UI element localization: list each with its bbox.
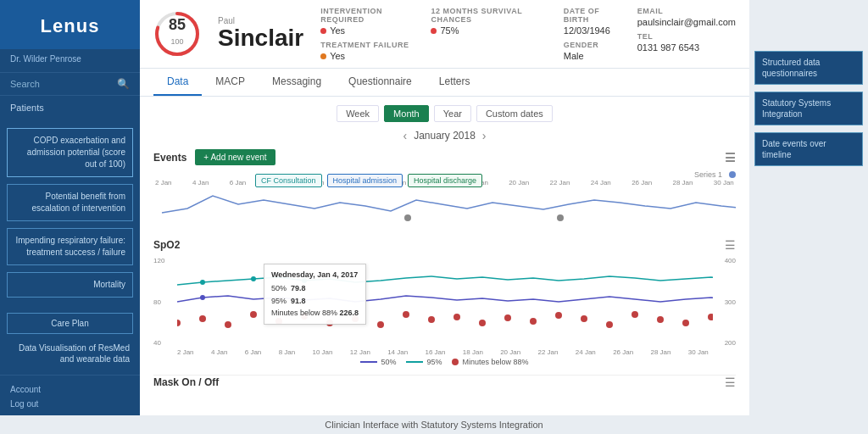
mask-title: Mask On / Off bbox=[153, 376, 219, 388]
spo2-title: SpO2 bbox=[153, 239, 180, 251]
current-date-label: January 2018 bbox=[414, 130, 476, 142]
svg-point-9 bbox=[199, 315, 206, 322]
date-filter: Week Month Year Custom dates bbox=[153, 105, 736, 122]
week-btn[interactable]: Week bbox=[337, 105, 379, 122]
spo2-legend: 50% 95% Minutes below 88% bbox=[153, 358, 736, 366]
meta-dob: DATE OF BIRTH 12/03/1946 GENDER Male bbox=[564, 7, 617, 61]
svg-point-23 bbox=[555, 312, 562, 319]
tab-questionnaire[interactable]: Questionnaire bbox=[335, 69, 426, 96]
svg-point-4 bbox=[200, 280, 205, 285]
info-box-copd: COPD exacerbation and admission potentia… bbox=[7, 128, 133, 177]
patient-name: Sinclair bbox=[218, 25, 303, 52]
patient-header: 85 100 Paul Sinclair INTERVENTION REQUIR… bbox=[140, 0, 749, 69]
spo2-chart: 1208040 400300200 bbox=[153, 255, 736, 348]
meta-survival: 12 MONTHS SURVIVAL CHANCES 75% bbox=[431, 7, 542, 61]
events-chart: CF Consultation Hospital admission Hospi… bbox=[153, 170, 736, 230]
custom-dates-btn[interactable]: Custom dates bbox=[476, 105, 553, 122]
patient-meta: INTERVENTION REQUIRED Yes TREATMENT FAIL… bbox=[320, 7, 736, 61]
tabs-bar: Data MACP Messaging Questionnaire Letter… bbox=[140, 69, 749, 97]
events-chart-svg bbox=[153, 179, 736, 230]
sidebar-info-boxes: COPD exacerbation and admission potentia… bbox=[0, 120, 140, 306]
tab-messaging[interactable]: Messaging bbox=[259, 69, 335, 96]
sidebar-bottom: Care Plan Data Visualisation of ResMed a… bbox=[0, 306, 140, 375]
series-dot bbox=[729, 171, 736, 178]
search-icon[interactable]: 🔍 bbox=[117, 78, 130, 90]
sidebar-item-patients[interactable]: Patients bbox=[0, 96, 140, 120]
spo2-chart-svg bbox=[177, 255, 713, 340]
svg-point-8 bbox=[177, 320, 181, 326]
mask-section: Mask On / Off ☰ bbox=[153, 375, 736, 400]
tooltip-title: Wednesday, Jan 4, 2017 bbox=[271, 269, 359, 281]
svg-point-11 bbox=[250, 311, 257, 318]
logout-link[interactable]: Log out bbox=[10, 397, 130, 411]
svg-point-2 bbox=[404, 214, 411, 221]
legend-50: 50% bbox=[360, 358, 396, 366]
search-input[interactable] bbox=[10, 79, 117, 89]
main-area: Week Month Year Custom dates ‹ January 2… bbox=[140, 97, 749, 415]
right-box-date-events[interactable]: Date events over timeline bbox=[754, 132, 863, 166]
svg-point-19 bbox=[453, 314, 460, 320]
svg-point-22 bbox=[530, 318, 537, 325]
events-header: Events + Add new event ☰ bbox=[153, 149, 736, 165]
spo2-y-axis-right: 400300200 bbox=[710, 255, 736, 348]
info-box-mortality: Mortality bbox=[7, 272, 133, 298]
tab-macp[interactable]: MACP bbox=[202, 69, 259, 96]
spo2-x-axis: 2 Jan4 Jan6 Jan8 Jan10 Jan 12 Jan14 Jan1… bbox=[153, 348, 736, 356]
month-btn[interactable]: Month bbox=[384, 105, 429, 122]
right-box-questionnaires[interactable]: Structured data questionnaires bbox=[754, 51, 863, 85]
svg-point-7 bbox=[200, 295, 205, 300]
left-sidebar: Lenus Dr. Wilder Penrose 🔍 Patients COPD… bbox=[0, 0, 140, 415]
info-box-respiratory: Impending respiratory failure: treatment… bbox=[7, 228, 133, 265]
doctor-name: Dr. Wilder Penrose bbox=[0, 49, 140, 73]
series-label: Series 1 bbox=[694, 170, 722, 179]
mask-header: Mask On / Off ☰ bbox=[153, 376, 736, 389]
prev-date-btn[interactable]: ‹ bbox=[403, 129, 407, 142]
svg-point-28 bbox=[682, 320, 689, 326]
patient-name-block: Paul Sinclair bbox=[218, 16, 303, 52]
spo2-tooltip: Wednesday, Jan 4, 2017 50% 79.8 95% 91.8… bbox=[264, 264, 366, 325]
meta-email: EMAIL paulsinclair@gmail.com TEL 0131 98… bbox=[637, 7, 736, 61]
events-section: Events + Add new event ☰ CF Consultation… bbox=[153, 149, 736, 230]
legend-minutes: Minutes below 88% bbox=[452, 358, 528, 366]
events-menu-icon[interactable]: ☰ bbox=[725, 151, 736, 164]
sidebar-actions: Account Log out bbox=[0, 375, 140, 418]
score-denominator: 100 bbox=[170, 37, 183, 46]
svg-point-20 bbox=[479, 320, 486, 326]
events-title: Events bbox=[153, 152, 186, 164]
spo2-section: SpO2 ☰ 1208040 400300200 bbox=[153, 238, 736, 366]
spo2-header: SpO2 ☰ bbox=[153, 238, 736, 252]
svg-point-18 bbox=[428, 316, 435, 323]
app-logo: Lenus bbox=[0, 0, 140, 49]
info-box-benefit: Potential benefit from escalation of int… bbox=[7, 184, 133, 221]
date-nav: ‹ January 2018 › bbox=[153, 129, 736, 142]
bottom-caption: Clinician Interface with Statutory Syste… bbox=[0, 415, 868, 434]
spo2-menu-icon[interactable]: ☰ bbox=[725, 238, 736, 252]
add-event-button[interactable]: + Add new event bbox=[195, 149, 275, 165]
meta-intervention: INTERVENTION REQUIRED Yes TREATMENT FAIL… bbox=[320, 7, 410, 61]
spo2-y-axis: 1208040 bbox=[153, 255, 175, 348]
legend-95: 95% bbox=[406, 358, 442, 366]
mask-menu-icon[interactable]: ☰ bbox=[725, 376, 736, 389]
right-sidebar: Structured data questionnaires Statutory… bbox=[749, 0, 868, 415]
account-link[interactable]: Account bbox=[10, 382, 130, 397]
right-box-statutory[interactable]: Statutory Systems Integration bbox=[754, 92, 863, 125]
svg-point-5 bbox=[251, 276, 256, 281]
next-date-btn[interactable]: › bbox=[482, 129, 487, 142]
search-container: 🔍 bbox=[0, 73, 140, 96]
svg-point-21 bbox=[504, 314, 511, 321]
year-btn[interactable]: Year bbox=[434, 105, 471, 122]
tab-letters[interactable]: Letters bbox=[426, 69, 484, 96]
score-circle: 85 100 bbox=[153, 10, 201, 58]
center-content: 85 100 Paul Sinclair INTERVENTION REQUIR… bbox=[140, 0, 749, 415]
svg-point-3 bbox=[557, 214, 564, 221]
svg-point-24 bbox=[581, 315, 587, 322]
svg-point-27 bbox=[657, 316, 664, 323]
svg-point-17 bbox=[403, 311, 409, 318]
svg-point-16 bbox=[377, 321, 384, 328]
tab-data[interactable]: Data bbox=[153, 69, 202, 96]
data-vis-text: Data Visualisation of ResMed and wearabl… bbox=[7, 339, 133, 368]
svg-point-10 bbox=[225, 321, 231, 328]
svg-point-25 bbox=[606, 321, 613, 328]
score-number: 85 bbox=[169, 17, 186, 32]
care-plan-button[interactable]: Care Plan bbox=[7, 313, 133, 334]
